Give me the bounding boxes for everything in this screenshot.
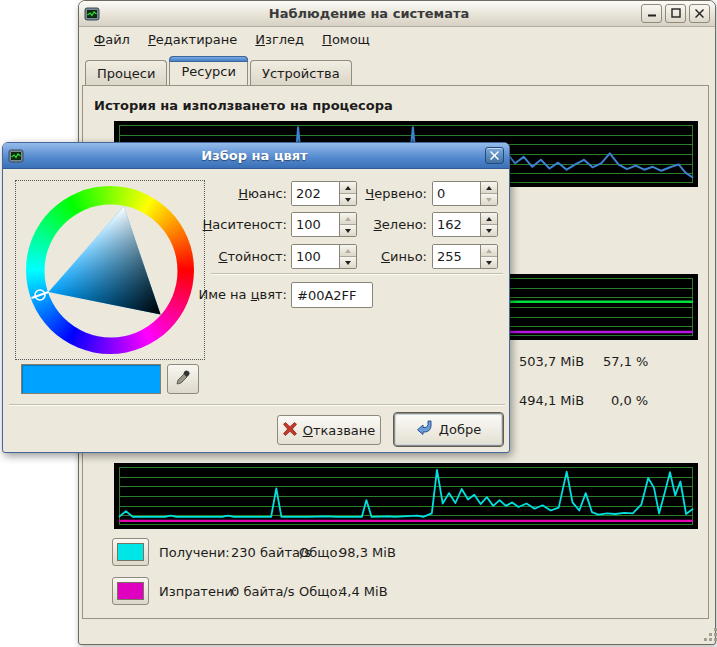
dialog-close-button[interactable] [485, 147, 504, 164]
blue-decrement-button[interactable] [481, 257, 497, 268]
received-total: 98,3 MiB [339, 545, 396, 560]
swap-used-percent: 0,0 % [611, 393, 648, 408]
red-spinner [432, 181, 498, 206]
cancel-button-label: Отказване [303, 423, 376, 438]
resize-grip[interactable] [703, 627, 717, 643]
tab-devices[interactable]: Устройства [250, 60, 352, 85]
red-label: Червено: [293, 186, 427, 201]
green-label: Зелено: [293, 217, 427, 232]
eyedropper-icon [175, 370, 191, 389]
blue-label: Синьо: [293, 249, 427, 264]
green-increment-button[interactable] [481, 213, 497, 225]
maximize-button[interactable] [665, 4, 686, 23]
blue-increment-button[interactable] [481, 245, 497, 257]
ok-button[interactable]: Добре [394, 413, 503, 446]
sent-color-swatch [117, 582, 144, 600]
red-increment-button[interactable] [481, 182, 497, 194]
minimize-button[interactable] [641, 4, 662, 23]
return-arrow-icon [416, 420, 433, 439]
main-titlebar[interactable]: Наблюдение на системата [79, 1, 715, 27]
red-x-icon [283, 422, 297, 439]
red-decrement-button[interactable] [481, 194, 497, 205]
eyedropper-button[interactable] [167, 364, 199, 394]
color-wheel[interactable] [15, 180, 205, 360]
dialog-titlebar[interactable]: Избор на цвят [3, 143, 509, 169]
swap-used-value: 494,1 MiB [519, 393, 584, 408]
color-name-label: Име на цвят: [153, 287, 287, 302]
blue-input[interactable] [433, 245, 480, 268]
menu-view[interactable]: Изглед [246, 29, 313, 50]
actions-separator [9, 404, 505, 406]
cancel-button[interactable]: Отказване [277, 415, 381, 445]
network-history-chart [114, 463, 698, 529]
hue-label: Нюанс: [153, 186, 287, 201]
hsv-triangle[interactable] [16, 181, 206, 361]
sent-rate: 0 байта/s [231, 584, 295, 599]
close-icon [695, 6, 704, 21]
close-button[interactable] [689, 4, 710, 23]
received-label: Получени: [159, 545, 230, 560]
menu-edit[interactable]: Редактиране [139, 29, 246, 50]
sent-total-label: Общо: [299, 584, 342, 599]
tab-resources[interactable]: Ресурси [169, 56, 248, 85]
memory-used-percent: 57,1 % [603, 354, 648, 369]
menu-file[interactable]: Файл [85, 29, 139, 50]
memory-used-value: 503,7 MiB [519, 354, 584, 369]
dialog-title: Избор на цвят [24, 148, 485, 163]
dialog-app-icon [8, 148, 24, 164]
cpu-history-heading: История на използването на процесора [94, 98, 393, 113]
green-decrement-button[interactable] [481, 225, 497, 236]
menu-help[interactable]: Помощ [313, 29, 379, 50]
color-name-input[interactable] [291, 282, 373, 308]
sent-label: Изпратени: [159, 584, 237, 599]
minimize-icon [647, 6, 657, 21]
received-total-label: Общо: [299, 545, 342, 560]
tab-strip: Процеси Ресурси Устройства [85, 57, 354, 85]
saturation-label: Наситеност: [153, 217, 287, 232]
green-spinner [432, 212, 498, 237]
menubar: Файл Редактиране Изглед Помощ [79, 27, 715, 52]
blue-spinner [432, 244, 498, 269]
red-input[interactable] [433, 182, 480, 205]
system-monitor-icon [84, 6, 100, 22]
tab-processes[interactable]: Процеси [85, 60, 167, 85]
value-label: Стойност: [153, 249, 287, 264]
color-picker-dialog: Избор на цвят [2, 142, 510, 453]
green-input[interactable] [433, 213, 480, 236]
received-color-button[interactable] [112, 538, 149, 566]
desktop: Наблюдение на системата Файл Редактиране… [0, 0, 717, 647]
sent-color-button[interactable] [112, 577, 149, 605]
dialog-close-icon [490, 148, 499, 163]
maximize-icon [671, 6, 681, 21]
fields-separator [211, 273, 503, 275]
window-title: Наблюдение на системата [100, 6, 638, 21]
ok-button-label: Добре [439, 422, 481, 437]
selected-color-preview [21, 364, 161, 394]
sent-total: 4,4 MiB [339, 584, 388, 599]
received-color-swatch [117, 543, 144, 561]
